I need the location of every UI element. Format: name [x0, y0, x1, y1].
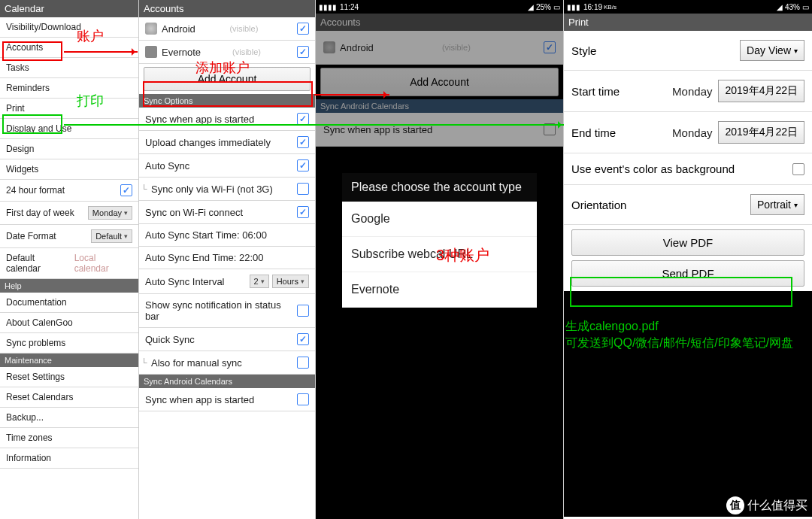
dialog-item-evernote[interactable]: Evernote — [342, 272, 537, 308]
print-hdr: Print — [564, 14, 812, 31]
item-display[interactable]: Display and Use — [0, 119, 138, 139]
view-pdf-button[interactable]: View PDF — [571, 229, 804, 256]
item-widgets[interactable]: Widgets — [0, 159, 138, 180]
row-orient: OrientationPortrait — [564, 185, 812, 225]
row-24h[interactable]: 24 hour format — [0, 180, 138, 202]
item-reset-settings[interactable]: Reset Settings — [0, 367, 138, 387]
cal-hdr: Calendar — [0, 0, 138, 17]
opt-label: Show sync notification in status bar — [145, 299, 297, 322]
opt-wifi-only[interactable]: Sync only via Wi-Fi (not 3G) — [139, 178, 315, 201]
label-bg: Use event's color as background — [571, 162, 735, 175]
dialog-dim[interactable] — [316, 14, 563, 147]
opt-label: Auto Sync — [145, 160, 189, 171]
opt-label: Sync when app is started — [145, 394, 254, 405]
check-icon[interactable] — [297, 23, 309, 35]
label-dfmt: Date Format — [6, 231, 56, 241]
watermark: 值什么值得买 — [726, 496, 807, 514]
check-icon[interactable] — [297, 183, 309, 195]
check-icon[interactable] — [297, 136, 309, 148]
label-fdow: First day of week — [6, 208, 74, 218]
item-print[interactable]: Print — [0, 99, 138, 119]
battery-icon: ▭ — [553, 3, 560, 11]
opt-manual[interactable]: Also for manual sync — [139, 351, 315, 375]
opt-label: Sync on Wi-Fi connect — [145, 207, 243, 218]
opt-notif[interactable]: Show sync notification in status bar — [139, 294, 315, 328]
opt-label: Auto Sync Interval — [145, 276, 225, 287]
row-end: End timeMonday2019年4月22日 — [564, 112, 812, 153]
watermark-icon: 值 — [726, 496, 744, 514]
row-style: StyleDay View — [564, 31, 812, 71]
opt-quicksync[interactable]: Quick Sync — [139, 328, 315, 351]
black-area — [564, 291, 812, 517]
row-bg[interactable]: Use event's color as background — [564, 153, 812, 185]
item-visibility[interactable]: Visibility/Download — [0, 17, 138, 38]
opt-label: Upload changes immediately — [145, 137, 271, 148]
item-syncprob[interactable]: Sync problems — [0, 333, 138, 354]
val-etday: Monday — [672, 126, 712, 139]
visible-text: (visible) — [229, 24, 258, 33]
maint-hdr: Maintenance — [0, 354, 138, 367]
item-accounts[interactable]: Accounts — [0, 38, 138, 58]
opt-start-time[interactable]: Auto Sync Start Time: 06:00 — [139, 224, 315, 247]
check-icon[interactable] — [792, 163, 804, 175]
check-icon[interactable] — [297, 159, 309, 171]
item-tz[interactable]: Time zones — [0, 428, 138, 448]
check-icon[interactable] — [297, 113, 309, 125]
add-account-button[interactable]: Add Account — [144, 67, 311, 91]
sel-fdow[interactable]: Monday — [88, 206, 132, 220]
battery-icon: ▭ — [802, 3, 809, 11]
item-info[interactable]: Information — [0, 448, 138, 469]
dialog-item-google[interactable]: Google — [342, 202, 537, 237]
item-tasks[interactable]: Tasks — [0, 58, 138, 78]
sb-nav-icon: ▮▮▮ — [567, 3, 580, 11]
check-icon[interactable] — [297, 305, 309, 317]
check-icon[interactable] — [297, 357, 309, 369]
opt-interval[interactable]: Auto Sync Interval2Hours — [139, 269, 315, 294]
row-start: Start timeMonday2019年4月22日 — [564, 71, 812, 112]
opt-sac-start[interactable]: Sync when app is started — [139, 388, 315, 411]
acc-android-label: Android — [162, 23, 195, 35]
sel-orient[interactable]: Portrait — [750, 194, 804, 215]
item-about[interactable]: About CalenGoo — [0, 313, 138, 333]
btn-start-date[interactable]: 2019年4月22日 — [718, 80, 804, 102]
item-design[interactable]: Design — [0, 139, 138, 159]
dialog-title: Please choose the account type — [342, 173, 537, 202]
item-reminders[interactable]: Reminders — [0, 78, 138, 99]
btn-end-date[interactable]: 2019年4月22日 — [718, 121, 804, 144]
item-backup[interactable]: Backup... — [0, 408, 138, 428]
label-orient: Orientation — [571, 199, 626, 211]
sel-dfmt[interactable]: Default — [91, 229, 132, 243]
label-24h: 24 hour format — [6, 185, 65, 196]
opt-end-time[interactable]: Auto Sync End Time: 22:00 — [139, 247, 315, 269]
acc-evernote[interactable]: Evernote(visible) — [139, 41, 315, 64]
row-fdow[interactable]: First day of weekMonday — [0, 202, 138, 225]
check-icon[interactable] — [120, 184, 132, 196]
send-pdf-button[interactable]: Send PDF — [571, 260, 804, 287]
sel-style[interactable]: Day View — [740, 40, 804, 61]
label-style: Style — [571, 44, 596, 57]
opt-label: Also for manual sync — [151, 357, 242, 369]
row-dcal[interactable]: Default calendarLocal calendar — [0, 248, 138, 279]
check-icon[interactable] — [297, 206, 309, 218]
opt-wifi-connect[interactable]: Sync on Wi-Fi connect — [139, 201, 315, 224]
dialog-item-webcal[interactable]: Subscribe webcal URL — [342, 237, 537, 272]
opt-autosync[interactable]: Auto Sync — [139, 154, 315, 178]
sac-hdr: Sync Android Calendars — [139, 375, 315, 388]
sel-interval-n[interactable]: 2 — [250, 275, 269, 288]
item-doc[interactable]: Documentation — [0, 293, 138, 313]
opt-upload[interactable]: Upload changes immediately — [139, 131, 315, 154]
visible-text: (visible) — [232, 47, 261, 56]
check-icon[interactable] — [297, 333, 309, 345]
label-dcal: Default calendar — [6, 253, 71, 274]
help-hdr: Help — [0, 279, 138, 293]
sel-interval-u[interactable]: Hours — [272, 275, 309, 288]
check-icon[interactable] — [297, 393, 309, 405]
opt-sync-start[interactable]: Sync when app is started — [139, 108, 315, 131]
sb-time: 16:19 — [583, 3, 602, 11]
sb-bat: 43% — [785, 3, 800, 11]
item-reset-cal[interactable]: Reset Calendars — [0, 387, 138, 408]
status-bar4: ▮▮▮16:19KB/s◢43%▭ — [564, 0, 812, 14]
check-icon[interactable] — [297, 46, 309, 58]
row-dfmt[interactable]: Date FormatDefault — [0, 225, 138, 248]
acc-android[interactable]: Android(visible) — [139, 17, 315, 41]
